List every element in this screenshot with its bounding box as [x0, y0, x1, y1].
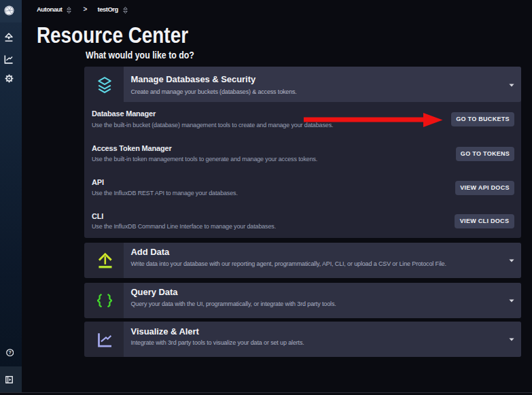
svg-text:?: ? — [8, 350, 11, 356]
